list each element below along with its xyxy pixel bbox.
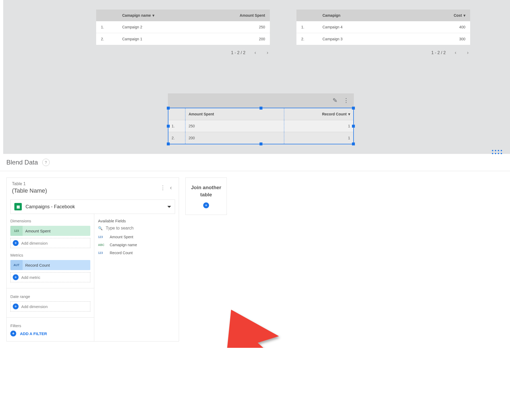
field-type-text-icon: ABC [98,243,106,246]
col-header[interactable]: Record Count▾ [284,108,353,120]
more-icon[interactable]: ⋮ [343,97,349,104]
resize-handle[interactable] [167,125,170,128]
search-icon: 🔍 [98,226,103,230]
table-row: 1. 250 1 [168,120,353,132]
svg-marker-0 [226,310,433,348]
sort-desc-icon: ▾ [348,112,350,116]
col-header[interactable]: Cost [454,13,462,18]
field-type-auto-icon: AUT [10,260,23,270]
available-field[interactable]: 123 Amount Spent [98,235,175,239]
plus-icon: + [13,274,19,280]
col-header[interactable]: Amount Spent [185,108,284,120]
table-row: 2. 200 1 [168,132,353,144]
page-range: 1 - 2 / 2 [431,50,446,55]
section-available-fields: Available Fields [98,219,175,223]
page-range: 1 - 2 / 2 [231,50,245,55]
col-header[interactable]: Camapign [322,13,423,18]
add-filter-button[interactable]: + ADD A FILTER [10,331,90,336]
field-type-number-icon: 123 [10,226,23,236]
edit-icon[interactable]: ✎ [333,97,337,104]
plus-icon: + [203,202,209,208]
resize-handle[interactable] [352,107,355,110]
metric-pill[interactable]: AUT Record Count [10,260,90,270]
report-canvas: Camapign name▾ Amount Spent 1. Campaign … [3,0,510,154]
blend-panel-header: Blend Data ? [0,154,510,171]
table-row: Amount Spent Record Count▾ [168,108,353,120]
next-page-icon[interactable]: › [465,50,470,55]
resize-handle[interactable] [352,125,355,128]
section-filters: Filters [10,323,90,328]
selected-chart[interactable]: ✎ ⋮ Amount Spent Record Count▾ 1. 250 1 [168,93,354,144]
table-2[interactable]: Camapign Cost▾ 1. Campaign 4 400 2. Camp… [296,10,470,55]
table-row: Camapign name▾ Amount Spent [96,10,270,21]
sheets-icon: ▦ [14,203,22,210]
add-metric-button[interactable]: + Add metric [10,272,90,282]
blend-panel-body: Table 1 (Table Name) ⋮ ‹ ▦ Campaigns - F… [0,171,510,348]
prev-page-icon[interactable]: ‹ [253,50,258,55]
plus-icon: + [13,304,19,309]
available-field[interactable]: 123 Record Count [98,251,175,255]
table-1[interactable]: Camapign name▾ Amount Spent 1. Campaign … [96,10,270,55]
collapse-icon[interactable]: ‹ [168,184,173,191]
table-row: 2. Campaign 1 200 [96,33,270,45]
chart-toolbar: ✎ ⋮ [168,93,354,108]
table-name[interactable]: (Table Name) [12,187,158,194]
next-page-icon[interactable]: › [265,50,270,55]
section-metrics: Metrics [10,253,90,257]
dimension-pill[interactable]: 123 Amount Spent [10,226,90,236]
available-field[interactable]: ABC Camapign name [98,243,175,247]
pager: 1 - 2 / 2 ‹ › [296,50,470,55]
table-label: Table 1 [12,181,158,186]
blend-table-card: Table 1 (Table Name) ⋮ ‹ ▦ Campaigns - F… [6,177,179,341]
search-input[interactable] [106,226,175,231]
datasource-name: Campaigns - Facebook [26,204,164,210]
table-row: 1. Campaign 4 400 [296,21,470,33]
resize-handle[interactable] [260,107,262,110]
add-dimension-button[interactable]: + Add dimension [10,238,90,248]
section-daterange: Date range [10,294,90,299]
annotation-arrow-icon [170,302,436,348]
plus-icon: + [10,331,16,336]
field-type-number-icon: 123 [98,251,106,254]
sort-desc-icon: ▾ [152,13,154,18]
field-type-number-icon: 123 [98,235,106,239]
table-row: 1. Campaign 2 250 [96,21,270,33]
plus-icon: + [13,240,19,246]
resize-handle[interactable] [167,142,170,145]
join-another-table-button[interactable]: Join another table + [185,177,227,215]
pager: 1 - 2 / 2 ‹ › [96,50,270,55]
panel-title: Blend Data [6,159,38,166]
more-icon[interactable]: ⋮ [158,184,168,191]
caret-down-icon [167,206,171,208]
section-dimensions: Dimensions [10,219,90,223]
table-row: Camapign Cost▾ [296,10,470,21]
help-icon[interactable]: ? [42,159,50,166]
table-row: 2. Campaign 3 300 [296,33,470,45]
col-header[interactable]: Camapign name [122,13,151,18]
resize-handle[interactable] [260,142,262,145]
panel-drag-handle-icon[interactable] [492,150,502,154]
add-daterange-button[interactable]: + Add dimension [10,301,90,311]
datasource-select[interactable]: ▦ Campaigns - Facebook [10,200,175,214]
join-label: Join another table [189,184,223,198]
resize-handle[interactable] [167,107,170,110]
col-header[interactable]: Amount Spent [223,13,265,18]
prev-page-icon[interactable]: ‹ [453,50,458,55]
sort-desc-icon: ▾ [464,13,465,18]
resize-handle[interactable] [352,142,355,145]
